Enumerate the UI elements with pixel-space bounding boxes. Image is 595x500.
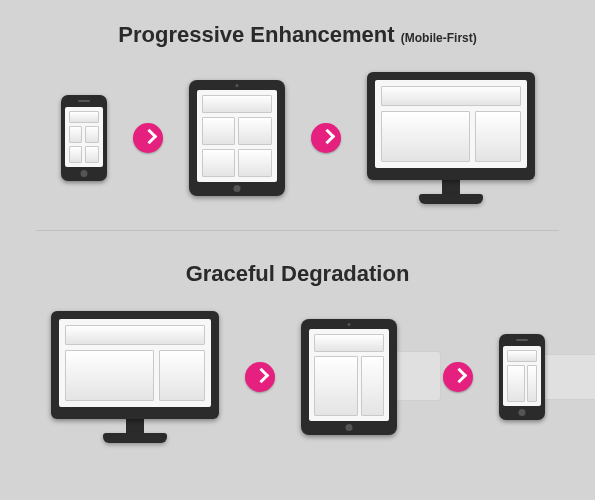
progressive-row <box>61 72 535 204</box>
title-subtitle: (Mobile-First) <box>401 31 477 45</box>
section-title-top: Progressive Enhancement (Mobile-First) <box>118 22 476 48</box>
smartphone-with-overflow-icon <box>499 334 545 420</box>
chevron-right-icon <box>443 362 473 392</box>
chevron-right-icon <box>245 362 275 392</box>
section-title-bottom: Graceful Degradation <box>186 261 410 287</box>
tablet-with-overflow-icon <box>301 319 397 435</box>
title-main: Progressive Enhancement <box>118 22 394 47</box>
desktop-monitor-icon <box>51 311 219 443</box>
progressive-enhancement-section: Progressive Enhancement (Mobile-First) <box>0 0 595 204</box>
tablet-icon <box>189 80 285 196</box>
degradation-row <box>51 311 545 443</box>
desktop-monitor-icon <box>367 72 535 204</box>
smartphone-icon <box>61 95 107 181</box>
graceful-degradation-section: Graceful Degradation <box>0 231 595 443</box>
title-main: Graceful Degradation <box>186 261 410 286</box>
chevron-right-icon <box>311 123 341 153</box>
chevron-right-icon <box>133 123 163 153</box>
